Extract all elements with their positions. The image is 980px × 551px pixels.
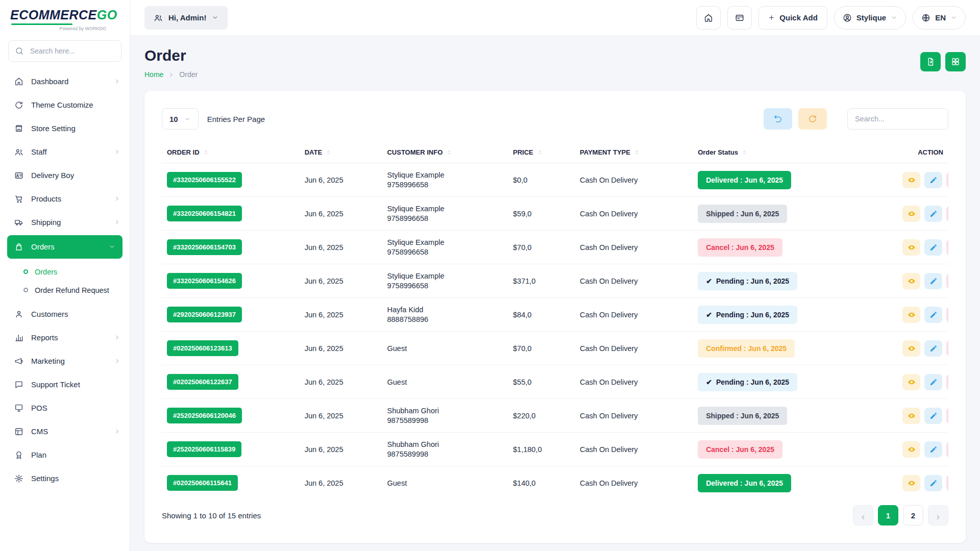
delete-button[interactable]	[946, 273, 948, 289]
delete-button[interactable]	[946, 475, 948, 491]
home-button[interactable]	[696, 6, 721, 30]
quick-add-button[interactable]: Quick Add	[758, 6, 827, 30]
order-id-badge[interactable]: #020250606122637	[167, 374, 238, 390]
column-header-customer-info[interactable]: CUSTOMER INFO	[382, 142, 508, 163]
prev-page-button[interactable]	[853, 505, 873, 525]
sidebar-item-customers[interactable]: Customers	[0, 303, 130, 326]
order-date: Jun 6, 2025	[300, 365, 382, 399]
brand-logo[interactable]: ECOMMERCEGO Powered by WORKDO	[0, 0, 130, 33]
sidebar-item-support-ticket[interactable]: Support Ticket	[0, 373, 130, 396]
delete-button[interactable]	[946, 374, 948, 390]
pagination: 12	[853, 505, 948, 525]
delete-button[interactable]	[946, 206, 948, 222]
order-id-badge[interactable]: #3320250606154626	[167, 273, 242, 289]
delete-button[interactable]	[946, 307, 948, 323]
edit-button[interactable]	[924, 172, 942, 188]
view-button[interactable]	[902, 239, 920, 256]
next-page-button[interactable]	[928, 505, 948, 525]
delete-button[interactable]	[946, 172, 948, 188]
edit-button[interactable]	[924, 441, 942, 458]
card-view-button[interactable]	[727, 6, 752, 30]
customer-name: Guest	[387, 378, 503, 386]
page-button-1[interactable]: 1	[878, 505, 898, 525]
chevron-down-icon	[212, 14, 218, 21]
table-search-input[interactable]	[847, 108, 948, 130]
entries-per-page-select[interactable]: 10	[162, 108, 199, 130]
edit-button[interactable]	[924, 408, 942, 424]
orders-table-body: #3320250606155522Jun 6, 2025Stylique Exa…	[162, 163, 948, 493]
sidebar-search-input[interactable]	[8, 40, 121, 62]
order-id-badge[interactable]: #020250606123613	[167, 340, 238, 356]
pencil-icon	[929, 243, 938, 252]
sidebar-item-dashboard[interactable]: Dashboard	[0, 70, 130, 93]
view-button[interactable]	[902, 307, 920, 323]
edit-button[interactable]	[924, 239, 942, 256]
delete-button[interactable]	[946, 441, 948, 458]
id-card-icon	[14, 171, 23, 180]
language-switcher[interactable]: EN	[913, 6, 966, 30]
view-button[interactable]	[902, 340, 920, 357]
sidebar-item-shipping[interactable]: Shipping	[0, 211, 130, 234]
sidebar-item-settings[interactable]: Settings	[0, 467, 130, 490]
view-button[interactable]	[902, 172, 920, 188]
order-id-badge[interactable]: #3320250606154821	[167, 206, 242, 221]
undo-button[interactable]	[764, 108, 792, 130]
grid-view-button[interactable]	[945, 52, 966, 71]
sidebar-item-marketing[interactable]: Marketing	[0, 349, 130, 373]
sidebar-subitem-order-refund-request[interactable]: Order Refund Request	[0, 281, 130, 299]
chevron-right-icon	[114, 78, 120, 85]
order-id-badge[interactable]: #2520250606120046	[167, 408, 242, 423]
sidebar-subitem-orders[interactable]: Orders	[0, 263, 130, 281]
edit-button[interactable]	[924, 340, 942, 357]
admin-menu-button[interactable]: Hi, Admin!	[144, 6, 228, 30]
delete-button[interactable]	[946, 239, 948, 256]
order-id-badge[interactable]: #2520250606115839	[167, 441, 241, 457]
orders-submenu: OrdersOrder Refund Request	[0, 260, 130, 303]
eye-icon	[908, 210, 916, 218]
view-button[interactable]	[902, 273, 920, 289]
store-switcher[interactable]: Stylique	[834, 6, 906, 30]
view-button[interactable]	[902, 475, 920, 491]
edit-button[interactable]	[924, 206, 942, 222]
sidebar-item-cms[interactable]: CMS	[0, 420, 130, 443]
column-header-date[interactable]: DATE	[300, 142, 382, 163]
sidebar-item-plan[interactable]: Plan	[0, 443, 130, 467]
edit-button[interactable]	[924, 273, 942, 289]
sidebar-item-products[interactable]: Products	[0, 187, 130, 211]
order-id-badge[interactable]: #020250606115641	[167, 475, 238, 491]
page-button-2[interactable]: 2	[903, 505, 923, 525]
order-id-badge[interactable]: #3320250606155522	[167, 172, 242, 188]
column-header-price[interactable]: PRICE	[508, 142, 575, 163]
refresh-button[interactable]	[798, 108, 827, 130]
sidebar-item-orders[interactable]: Orders	[7, 235, 122, 259]
breadcrumb-home-link[interactable]: Home	[144, 70, 163, 79]
edit-button[interactable]	[924, 374, 942, 390]
sidebar-item-pos[interactable]: POS	[0, 396, 130, 420]
sidebar-item-reports[interactable]: Reports	[0, 326, 130, 349]
layout-icon	[14, 427, 23, 436]
sidebar-item-staff[interactable]: Staff	[0, 140, 130, 164]
column-header-payment-type[interactable]: PAYMENT TYPE	[575, 142, 693, 163]
column-header-label: Order Status	[698, 148, 738, 156]
customer-name: Stylique Example	[387, 272, 503, 280]
view-button[interactable]	[902, 374, 920, 390]
export-button[interactable]	[920, 52, 941, 71]
column-header-order-id[interactable]: ORDER ID	[162, 142, 300, 163]
customer-name: Shubham Ghori	[387, 440, 503, 448]
view-button[interactable]	[902, 441, 920, 458]
sidebar-item-theme-customize[interactable]: Theme Customize	[0, 93, 130, 117]
order-id-badge[interactable]: #2920250606123937	[167, 307, 242, 322]
sidebar-item-store-setting[interactable]: Store Setting	[0, 117, 130, 140]
view-button[interactable]	[902, 206, 920, 222]
user-icon	[154, 13, 163, 22]
view-button[interactable]	[902, 408, 920, 424]
edit-button[interactable]	[924, 475, 942, 491]
delete-button[interactable]	[946, 408, 948, 424]
column-header-order-status[interactable]: Order Status	[693, 142, 893, 163]
edit-button[interactable]	[924, 307, 942, 323]
order-id-badge[interactable]: #3320250606154703	[167, 239, 242, 255]
sidebar-item-delivery-boy[interactable]: Delivery Boy	[0, 164, 130, 187]
sidebar-item-label: CMS	[31, 427, 106, 436]
delete-button[interactable]	[946, 340, 948, 357]
order-price: $140,0	[508, 466, 575, 493]
